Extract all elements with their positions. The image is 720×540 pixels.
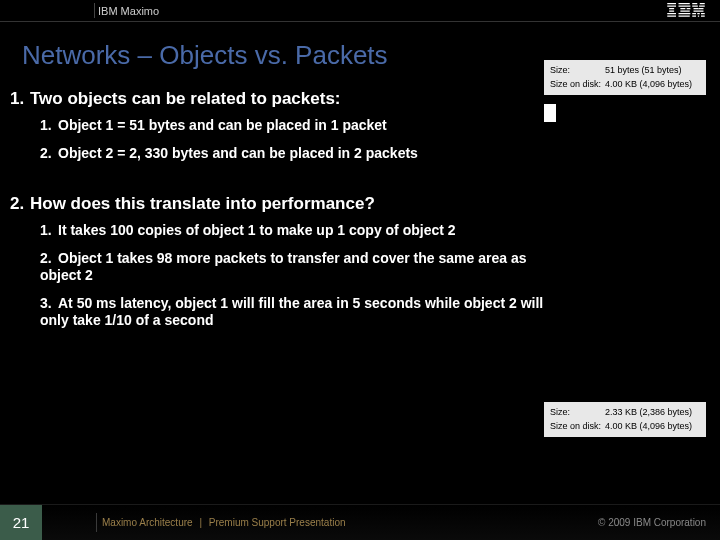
svg-rect-14 (700, 3, 705, 4)
footer-sep: | (199, 517, 202, 528)
bullet-2-3: 3.At 50 ms latency, object 1 will fill t… (40, 295, 560, 330)
svg-rect-12 (679, 16, 690, 17)
disk-label: Size on disk: (550, 420, 605, 434)
bullet-text: Object 1 = 51 bytes and can be placed in… (58, 117, 387, 133)
svg-rect-8 (680, 8, 685, 9)
screenshot-placeholder (554, 126, 706, 398)
svg-rect-6 (679, 3, 690, 4)
svg-rect-4 (667, 13, 676, 14)
disk-label: Size on disk: (550, 78, 605, 92)
svg-rect-2 (669, 8, 674, 9)
svg-rect-1 (667, 6, 676, 7)
svg-rect-22 (701, 13, 705, 14)
product-name: IBM Maximo (98, 5, 159, 17)
bullet-text: How does this translate into performance… (30, 194, 375, 213)
svg-rect-3 (669, 11, 674, 12)
svg-rect-9 (687, 8, 691, 9)
svg-rect-21 (697, 13, 700, 14)
bullet-number: 2. (40, 250, 58, 268)
svg-rect-20 (692, 13, 696, 14)
svg-rect-15 (692, 6, 698, 7)
footer-divider (96, 513, 97, 532)
bullet-text: At 50 ms latency, object 1 will fill the… (40, 295, 543, 329)
bullet-text: It takes 100 copies of object 1 to make … (58, 222, 456, 238)
ibm-logo-icon (666, 3, 706, 18)
header-divider (94, 3, 95, 18)
footer-left: Maximo Architecture (102, 517, 193, 528)
bullet-number: 1. (40, 222, 58, 240)
svg-rect-10 (680, 11, 689, 12)
svg-rect-18 (699, 8, 704, 9)
size-value: 2.33 KB (2,386 bytes) (605, 406, 692, 420)
svg-rect-11 (679, 13, 691, 14)
header-bar: IBM Maximo (0, 0, 720, 22)
svg-rect-23 (692, 16, 696, 17)
bullet-1-1: 1.Object 1 = 51 bytes and can be placed … (40, 117, 580, 135)
file-properties-bottom: Size:2.33 KB (2,386 bytes) Size on disk:… (544, 402, 706, 437)
bullet-number: 1. (10, 89, 30, 109)
svg-rect-16 (699, 6, 705, 7)
svg-rect-7 (679, 6, 691, 7)
page-number: 21 (0, 505, 42, 541)
size-label: Size: (550, 406, 605, 420)
svg-rect-25 (701, 16, 705, 17)
bullet-2-2: 2.Object 1 takes 98 more packets to tran… (40, 250, 560, 285)
bullet-text: Two objects can be related to packets: (30, 89, 341, 108)
bullet-text: Object 1 takes 98 more packets to transf… (40, 250, 526, 284)
svg-rect-0 (667, 3, 676, 4)
svg-rect-13 (692, 3, 697, 4)
svg-rect-19 (694, 11, 704, 12)
svg-rect-5 (667, 16, 676, 17)
bullet-number: 1. (40, 117, 58, 135)
bullet-2-1: 1.It takes 100 copies of object 1 to mak… (40, 222, 560, 240)
bullet-text: Object 2 = 2, 330 bytes and can be place… (58, 145, 418, 161)
footer-text: Maximo Architecture | Premium Support Pr… (102, 517, 346, 528)
svg-rect-24 (698, 16, 699, 17)
footer-bar: 21 Maximo Architecture | Premium Support… (0, 504, 720, 540)
disk-value: 4.00 KB (4,096 bytes) (605, 420, 692, 434)
bullet-number: 2. (40, 145, 58, 163)
svg-rect-17 (694, 8, 699, 9)
file-properties-top: Size:51 bytes (51 bytes) Size on disk:4.… (544, 60, 706, 95)
bullet-number: 3. (40, 295, 58, 313)
bullet-2: 2.How does this translate into performan… (10, 194, 410, 214)
disk-value: 4.00 KB (4,096 bytes) (605, 78, 692, 92)
bullet-number: 2. (10, 194, 30, 214)
size-value: 51 bytes (51 bytes) (605, 64, 682, 78)
size-label: Size: (550, 64, 605, 78)
footer-right: Premium Support Presentation (209, 517, 346, 528)
image-fragment (544, 104, 556, 122)
copyright: © 2009 IBM Corporation (598, 517, 706, 528)
bullet-1-2: 2.Object 2 = 2, 330 bytes and can be pla… (40, 145, 580, 163)
